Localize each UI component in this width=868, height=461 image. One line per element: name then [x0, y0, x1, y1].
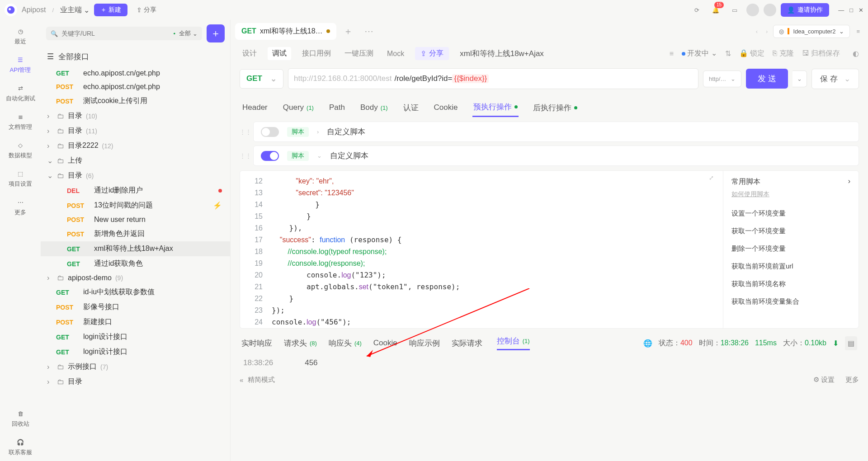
tab-next[interactable]: › — [763, 28, 770, 35]
rail-auto[interactable]: ⇄自动化测试 — [5, 80, 36, 107]
drag-handle-icon[interactable]: ⋮⋮ — [240, 152, 249, 159]
snippet-item[interactable]: 删除一个环境变量 — [731, 240, 850, 258]
folder-row[interactable]: ›🗀目录 — [41, 374, 230, 389]
code-body[interactable]: "key": "ehr", "secret": "123456" } } }),… — [267, 171, 723, 328]
folder-row[interactable]: ⌄🗀目录 (6) — [41, 168, 230, 183]
folder-row[interactable]: ›🗀目录 (10) — [41, 108, 230, 123]
search-input[interactable] — [61, 30, 170, 37]
resp-live[interactable]: 实时响应 — [241, 338, 272, 348]
api-item[interactable]: POST13位时间戳的问题⚡ — [41, 198, 230, 213]
script2-toggle[interactable] — [261, 151, 279, 161]
api-item[interactable]: POST新建接口 — [41, 315, 230, 329]
api-item[interactable]: GETecho.apipost.cn/get.php — [41, 66, 230, 80]
maximize-icon[interactable]: □ — [849, 7, 853, 14]
rail-more[interactable]: ⋯更多 — [5, 194, 36, 221]
rt-pre[interactable]: 预执行操作 — [472, 98, 519, 117]
sort-icon[interactable]: ⇅ — [725, 49, 731, 58]
footer-settings[interactable]: ⚙ 设置 — [813, 376, 835, 384]
new-button[interactable]: ＋ 新建 — [94, 4, 127, 16]
url-input[interactable]: http://192.168.0.21:8000/test /role/getB… — [288, 68, 698, 89]
sub-cases[interactable]: 接口用例 — [299, 47, 334, 60]
env-settings-icon[interactable]: ≡ — [853, 28, 863, 35]
rt-header[interactable]: Header — [241, 98, 269, 117]
search-filter[interactable]: 全部 ⌄ — [179, 29, 198, 38]
footer-mode[interactable]: 精简模式 — [248, 376, 275, 384]
add-api-button[interactable]: ＋ — [207, 24, 225, 42]
sub-share[interactable]: ⇪ 分享 — [415, 47, 449, 60]
api-item[interactable]: GET通过id获取角色 — [41, 256, 230, 271]
script2-name[interactable]: 自定义脚本 — [330, 151, 368, 161]
snippet-item[interactable]: 获取当前环境前置url — [731, 258, 850, 275]
api-item[interactable]: POST新增角色并返回 — [41, 226, 230, 241]
sub-debug[interactable]: 调试 — [268, 47, 291, 60]
folder-row[interactable]: ›🗀目录2222 (12) — [41, 138, 230, 153]
rail-docs[interactable]: ≣文档管理 — [5, 109, 36, 136]
help-icon[interactable]: ◐ — [853, 49, 859, 58]
protocol-select[interactable]: http/… ⌄ — [703, 71, 741, 87]
resp-reqh[interactable]: 请求头(8) — [284, 338, 317, 348]
snippet-item[interactable]: 获取一个环境变量 — [731, 222, 850, 240]
search-box[interactable]: 🔍 • 全部 ⌄ — [46, 27, 202, 40]
expand-icon[interactable]: ⤢ — [709, 174, 714, 181]
drag-handle-icon[interactable]: ⋮⋮ — [240, 128, 249, 135]
rt-query[interactable]: Query(1) — [282, 98, 315, 117]
api-item[interactable]: POST影像号接口 — [41, 300, 230, 315]
footer-more[interactable]: 更多 — [845, 376, 859, 384]
rt-body[interactable]: Body(1) — [359, 98, 389, 117]
api-item[interactable]: POSTecho.apipost.cn/get.php — [41, 80, 230, 94]
resp-console[interactable]: 控制台(1) — [497, 336, 530, 350]
tab-prev[interactable]: ‹ — [753, 28, 760, 35]
rail-trash[interactable]: 🗑回收站 — [5, 406, 36, 433]
rt-cookie[interactable]: Cookie — [433, 98, 459, 117]
resp-actual[interactable]: 实际请求 — [452, 338, 485, 348]
sub-mock[interactable]: Mock — [384, 48, 407, 60]
sync-icon[interactable]: ⟳ — [689, 3, 704, 17]
minimize-icon[interactable]: — — [838, 7, 844, 14]
inbox-icon[interactable]: ▭ — [727, 3, 742, 17]
notifications-icon[interactable]: 🔔15 — [708, 3, 723, 17]
layout-toggle[interactable]: ▤ — [845, 336, 857, 350]
resp-cookie[interactable]: Cookie — [373, 339, 397, 348]
api-item[interactable]: POSTNew user return — [41, 213, 230, 226]
tab-current[interactable]: GET xml和等待上线18… — [235, 23, 336, 40]
sub-stress[interactable]: 一键压测 — [342, 47, 376, 60]
share-button-top[interactable]: ⇪ 分享 — [132, 4, 161, 16]
send-button[interactable]: 发 送 — [746, 69, 788, 89]
rail-support[interactable]: 🎧联系客服 — [5, 434, 36, 461]
send-split[interactable]: ⌄ — [793, 71, 807, 87]
method-select[interactable]: GET⌄ — [240, 69, 283, 89]
api-item[interactable]: GETlogin设计接口 — [41, 344, 230, 359]
avatar-1[interactable] — [746, 4, 759, 16]
api-item[interactable]: DEL通过id删除用户 — [41, 183, 230, 198]
code-editor[interactable]: 12131415161718192021222324 "key": "ehr",… — [240, 170, 859, 329]
chevron-right-icon[interactable]: › — [848, 177, 850, 187]
all-apis-header[interactable]: ☰ 全部接口 — [41, 47, 230, 66]
folder-row[interactable]: ›🗀apipost-demo (9) — [41, 271, 230, 285]
api-item[interactable]: GETlogin设计接口 — [41, 329, 230, 344]
rt-auth[interactable]: 认证 — [402, 98, 420, 117]
script1-toggle[interactable] — [261, 127, 279, 137]
script1-name[interactable]: 自定义脚本 — [327, 127, 365, 137]
env-picker[interactable]: ◎ Idea_computer2 ⌄ — [773, 25, 850, 38]
tab-more[interactable]: ⋯ — [360, 26, 378, 37]
close-icon[interactable]: ✕ — [859, 7, 863, 14]
folder-row[interactable]: ›🗀示例接口 (7) — [41, 359, 230, 374]
rail-proj[interactable]: ⬚项目设置 — [5, 166, 36, 193]
status-dev[interactable]: 开发中 ⌄ — [682, 49, 717, 58]
resp-sample[interactable]: 响应示例 — [409, 338, 440, 348]
download-icon[interactable]: ⬇ — [833, 339, 839, 348]
collapse-icon[interactable]: « — [240, 376, 243, 384]
sub-design[interactable]: 设计 — [240, 47, 259, 60]
lock-btn[interactable]: 🔒 锁定 — [739, 49, 764, 58]
snippet-item[interactable]: 设置一个环境变量 — [731, 205, 850, 222]
archive-btn[interactable]: 🖫 归档保存 — [802, 49, 840, 58]
invite-button[interactable]: 👤 邀请协作 — [781, 3, 829, 17]
resp-resph[interactable]: 响应头(4) — [329, 338, 362, 348]
clone-btn[interactable]: ⎘ 克隆 — [773, 49, 793, 58]
snips-hint[interactable]: 如何使用脚本 — [731, 190, 850, 198]
folder-row[interactable]: ›🗀目录 (11) — [41, 123, 230, 138]
rt-path[interactable]: Path — [328, 98, 346, 117]
snippet-item[interactable]: 获取当前环境名称 — [731, 275, 850, 293]
folder-row[interactable]: ⌄🗀上传 — [41, 153, 230, 168]
workspace-crumb[interactable]: 业主端 ⌄ — [60, 5, 90, 15]
